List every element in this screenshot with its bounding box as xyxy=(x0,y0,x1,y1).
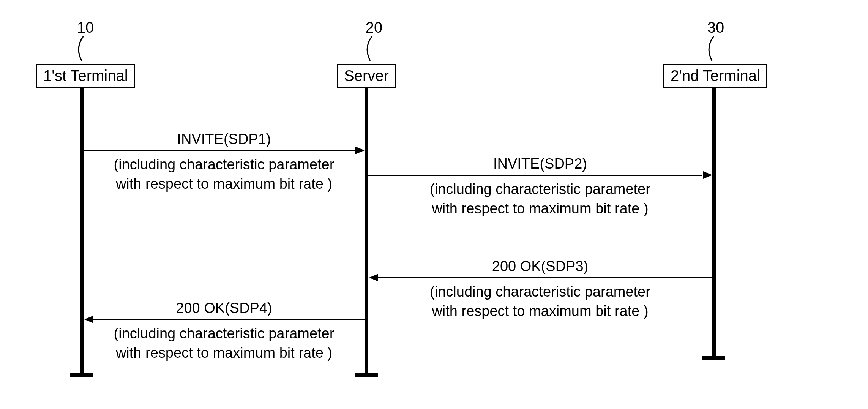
ref-server: 20 xyxy=(359,19,389,36)
lifeline-foot-t1 xyxy=(70,373,93,377)
msg-invite1-label: INVITE(SDP1) xyxy=(84,131,365,147)
ref-t2: 30 xyxy=(701,19,731,36)
msg-invite2-sub1: (including characteristic parameter xyxy=(430,181,650,197)
msg-invite2-sub2: with respect to maximum bit rate ) xyxy=(432,201,648,216)
msg-invite1-arrowhead xyxy=(355,147,365,154)
msg-ok4-sub1: (including characteristic parameter xyxy=(114,325,335,341)
msg-invite2-arrowhead xyxy=(703,171,712,179)
msg-invite2-label: INVITE(SDP2) xyxy=(368,156,712,172)
node-server: Server xyxy=(337,64,396,88)
msg-invite2-arrow xyxy=(368,175,702,176)
msg-ok3-label: 200 OK(SDP3) xyxy=(368,258,712,275)
leader-t1 xyxy=(74,36,89,65)
msg-ok4-label: 200 OK(SDP4) xyxy=(84,300,365,316)
lifeline-foot-server xyxy=(355,373,378,377)
msg-ok3-arrowhead xyxy=(369,274,378,281)
lifeline-t2 xyxy=(712,87,716,358)
msg-ok4-sub: (including characteristic parameter with… xyxy=(84,324,365,363)
msg-invite1-sub: (including characteristic parameter with… xyxy=(84,155,365,194)
sequence-diagram: 10 20 30 1'st Terminal Server 2'nd Termi… xyxy=(0,0,868,409)
leader-t2 xyxy=(704,36,720,65)
msg-invite2-sub: (including characteristic parameter with… xyxy=(368,180,712,219)
msg-invite1-sub1: (including characteristic parameter xyxy=(114,156,335,172)
lifeline-foot-t2 xyxy=(702,356,725,360)
msg-ok4-sub2: with respect to maximum bit rate ) xyxy=(116,345,332,361)
msg-ok3-sub1: (including characteristic parameter xyxy=(430,284,650,300)
msg-ok3-sub2: with respect to maximum bit rate ) xyxy=(432,303,648,319)
leader-server xyxy=(363,36,378,65)
lifeline-t1 xyxy=(80,87,84,375)
msg-ok3-sub: (including characteristic parameter with… xyxy=(368,282,712,321)
node-terminal-1: 1'st Terminal xyxy=(36,64,135,88)
msg-invite1-arrow xyxy=(84,150,357,151)
msg-ok4-arrowhead xyxy=(84,316,93,323)
msg-ok3-arrow xyxy=(378,277,712,278)
msg-ok4-arrow xyxy=(93,319,365,320)
lifeline-server xyxy=(365,87,368,375)
node-terminal-2: 2'nd Terminal xyxy=(663,64,767,88)
ref-t1: 10 xyxy=(70,19,101,36)
msg-invite1-sub2: with respect to maximum bit rate ) xyxy=(116,176,332,192)
